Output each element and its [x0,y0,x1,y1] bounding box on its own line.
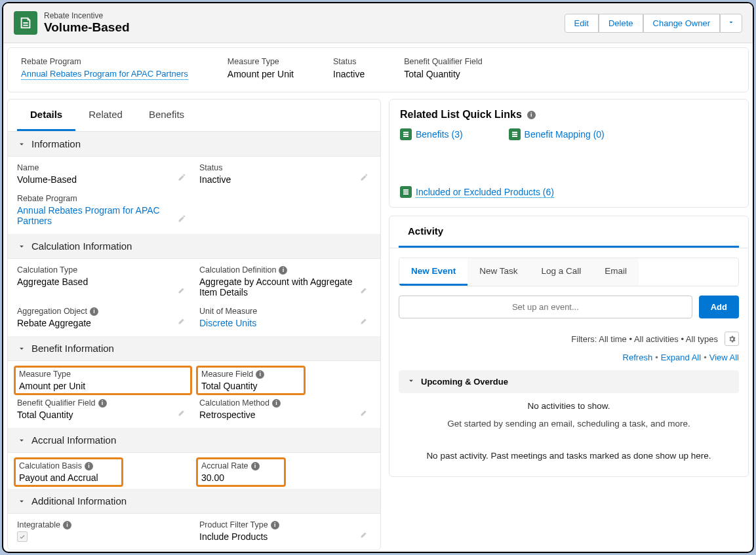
expand-all-link[interactable]: Expand All [661,353,701,362]
field-label: Aggregation Objecti [17,307,189,316]
info-icon[interactable]: i [271,521,279,529]
get-started-text: Get started by sending an email, schedul… [389,419,748,439]
edit-icon[interactable] [360,286,368,296]
hl-label: Benefit Qualifier Field [404,57,483,66]
section-title: Calculation Information [31,240,132,252]
field-measure-field: Measure Fieldi Total Quantity [196,366,306,395]
upcoming-title: Upcoming & Overdue [421,377,508,387]
info-icon[interactable]: i [85,462,93,470]
subtab-new-task[interactable]: New Task [468,258,529,286]
info-icon[interactable]: i [90,307,98,316]
section-title: Information [31,138,81,149]
section-calculation-header[interactable]: Calculation Information [8,234,380,259]
highlights-panel: Rebate Program Annual Rebates Program fo… [7,47,749,92]
hl-bqf: Benefit Qualifier Field Total Quantity [404,57,483,80]
upcoming-section-header[interactable]: Upcoming & Overdue [399,370,739,393]
section-accrual-header[interactable]: Accrual Information [8,428,380,453]
hl-label: Measure Type [228,57,294,66]
rl-mapping: Benefit Mapping (0) [509,128,605,140]
field-aggregation-object: Aggregation Objecti Rebate Aggregate [17,307,189,328]
field-label: Accrual Ratei [201,461,281,470]
edit-icon[interactable] [178,316,186,327]
rebate-incentive-icon [14,11,37,35]
subtab-log-call[interactable]: Log a Call [530,258,593,286]
delete-button[interactable]: Delete [599,14,643,33]
activity-input-row: Add [389,296,748,328]
event-input[interactable] [399,296,692,318]
subtab-email[interactable]: Email [593,258,639,286]
tab-details[interactable]: Details [17,100,75,131]
benefits-link[interactable]: Benefits (3) [416,129,463,140]
section-benefit-body: Measure Type Amount per Unit Measure Fie… [8,361,380,428]
subtab-new-event[interactable]: New Event [399,258,468,286]
info-icon[interactable]: i [272,399,281,408]
edit-icon[interactable] [360,316,368,327]
edit-icon[interactable] [178,408,186,419]
add-button[interactable]: Add [699,296,739,318]
info-icon[interactable]: i [527,111,536,119]
mapping-link[interactable]: Benefit Mapping (0) [525,129,605,140]
field-measure-type: Measure Type Amount per Unit [14,366,192,395]
field-value: Inactive [199,174,371,185]
field-label: Status [199,163,371,172]
no-activities-text: No activities to show. [389,393,748,419]
section-information-header[interactable]: Information [8,132,380,157]
edit-icon[interactable] [360,408,368,419]
main-columns: Details Related Benefits Information Nam… [3,92,753,553]
info-icon[interactable]: i [256,370,264,379]
edit-button[interactable]: Edit [565,14,599,33]
info-icon[interactable]: i [98,399,107,408]
more-actions-button[interactable] [720,14,742,33]
field-calculation-type: Calculation Type Aggregate Based [17,265,189,297]
edit-icon[interactable] [360,173,368,183]
mapping-icon [509,128,521,140]
header-actions: Edit Delete Change Owner [565,14,742,33]
field-value: 30.00 [201,472,281,483]
tab-related[interactable]: Related [75,100,136,131]
field-value: Volume-Based [17,174,189,185]
header-left: Rebate Incentive Volume-Based [14,11,130,35]
edit-icon[interactable] [178,286,186,296]
gear-icon[interactable] [725,332,739,346]
section-accrual-body: Calculation Basisi Payout and Accrual Ac… [8,453,380,489]
rebate-program-link[interactable]: Annual Rebates Program for APAC Partners [17,205,160,226]
section-title: Additional Information [31,495,127,507]
uom-link[interactable]: Discrete Units [199,318,256,328]
hl-status: Status Inactive [333,57,365,80]
record-type-label: Rebate Incentive [44,11,130,20]
edit-icon[interactable] [178,214,186,225]
tab-benefits[interactable]: Benefits [136,100,197,131]
header-titles: Rebate Incentive Volume-Based [44,11,130,35]
field-label: Product Filter Typei [199,520,371,529]
record-tabs: Details Related Benefits [8,100,380,132]
info-icon[interactable]: i [251,462,260,470]
change-owner-button[interactable]: Change Owner [643,14,720,33]
separator: • [704,353,707,362]
section-title: Accrual Information [31,434,116,446]
field-label: Measure Type [19,370,187,379]
info-icon[interactable]: i [279,266,287,275]
info-icon[interactable]: i [63,521,71,529]
edit-icon[interactable] [178,173,186,183]
field-value: Amount per Unit [19,381,187,391]
section-additional-body: Integratablei Product Filter Typei Inclu… [8,514,380,550]
edit-icon[interactable] [360,530,368,541]
rebate-program-link[interactable]: Annual Rebates Program for APAC Partners [21,69,188,80]
section-benefit-header[interactable]: Benefit Information [8,336,380,361]
hl-rebate-program: Rebate Program Annual Rebates Program fo… [21,57,188,80]
field-label: Calculation Definitioni [199,265,371,275]
field-calculation-definition: Calculation Definitioni Aggregate by Acc… [199,265,371,297]
field-value: Aggregate Based [17,277,189,287]
benefits-icon [400,128,412,140]
products-link[interactable]: Included or Excluded Products (6) [416,187,554,198]
view-all-link[interactable]: View All [709,353,739,362]
filters-text: Filters: All time • All activities • All… [571,334,718,344]
chevron-down-icon [407,376,416,387]
tab-activity[interactable]: Activity [399,216,739,248]
activity-links: Refresh • Expand All • View All [389,350,748,370]
section-additional-header[interactable]: Additional Information [8,489,380,514]
right-column: Related List Quick Links i Benefits (3) … [389,99,749,550]
refresh-link[interactable]: Refresh [623,353,653,362]
chevron-down-icon [17,140,26,149]
field-status: Status Inactive [199,163,371,185]
